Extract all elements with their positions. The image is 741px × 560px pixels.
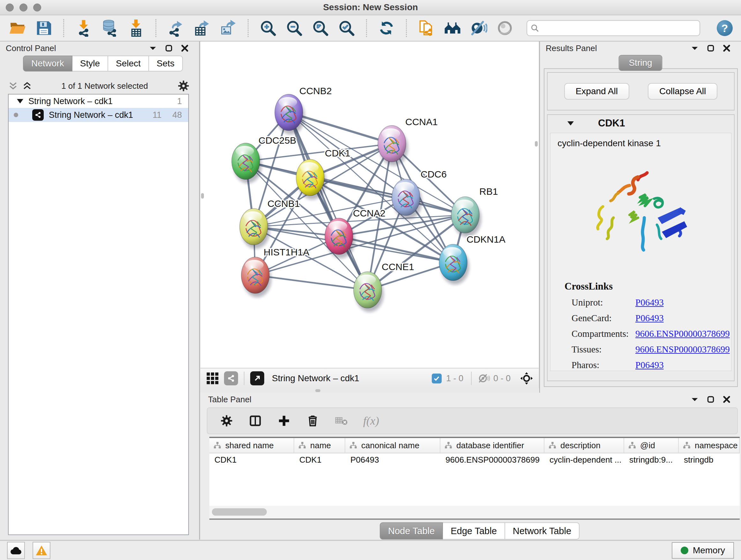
crosslink-value-link[interactable]: P06493 <box>635 360 664 370</box>
window-title: Session: New Session <box>0 2 741 12</box>
import-network-file-button[interactable] <box>74 19 93 37</box>
node-details-caret-icon[interactable] <box>567 121 574 125</box>
network-node-rb1[interactable] <box>451 197 481 237</box>
table-cell[interactable]: stringdb <box>679 453 740 466</box>
tab-string[interactable]: String <box>618 55 662 71</box>
search-field[interactable] <box>527 20 700 36</box>
table-cell[interactable]: cyclin-dependent ... <box>544 453 624 466</box>
collapse-all-networks-icon[interactable] <box>8 81 18 91</box>
node-details-header[interactable]: CDK1 <box>548 115 734 132</box>
results-panel-float-icon[interactable] <box>706 44 715 52</box>
warning-status-button[interactable] <box>32 542 51 559</box>
node-table[interactable]: shared namenamecanonical namedatabase id… <box>209 437 740 520</box>
right-splitter-grip[interactable] <box>535 141 538 146</box>
table-horizontal-scrollbar[interactable] <box>209 506 740 518</box>
network-node-hist1h1a[interactable] <box>241 257 271 297</box>
table-cell[interactable]: CDK1 <box>294 453 345 466</box>
expand-all-button[interactable]: Expand All <box>564 83 629 100</box>
results-panel-close-icon[interactable] <box>723 44 731 52</box>
network-edge[interactable] <box>289 112 367 290</box>
save-session-button[interactable] <box>35 19 53 37</box>
network-node-ccna2[interactable] <box>325 218 355 258</box>
crosslink-value-link[interactable]: 9606.ENSP00000378699 <box>635 328 730 339</box>
column-header-namespace[interactable]: namespace <box>679 438 740 453</box>
table-settings-gear-icon[interactable] <box>219 414 233 428</box>
zoom-out-button[interactable] <box>285 19 304 37</box>
crosslink-value-link[interactable]: P06493 <box>635 297 664 308</box>
splitter-grip[interactable] <box>315 389 320 392</box>
help-button[interactable]: ? <box>717 20 733 36</box>
column-header-canonical-name[interactable]: canonical name <box>345 438 441 453</box>
collection-expand-caret-icon[interactable] <box>17 99 23 104</box>
import-network-database-button[interactable] <box>100 19 119 37</box>
network-view-canvas[interactable]: CCNB2CCNA1CDC25BCDK1CDC6RB1CCNB1CCNA2CDK… <box>200 42 539 368</box>
pan-crosshair-icon[interactable] <box>520 371 534 385</box>
table-panel-float-icon[interactable] <box>706 395 715 403</box>
cloud-status-button[interactable] <box>7 542 25 559</box>
network-node-cdc6[interactable] <box>392 179 422 219</box>
memory-button[interactable]: Memory <box>672 542 734 559</box>
table-cell[interactable]: CDK1 <box>209 453 294 466</box>
network-edge[interactable] <box>255 275 367 290</box>
scrollbar-thumb[interactable] <box>212 508 267 516</box>
column-header--id[interactable]: @id <box>624 438 679 453</box>
zoom-fit-button[interactable] <box>311 19 330 37</box>
hide-glass-panel-button[interactable] <box>469 19 488 37</box>
column-header-name[interactable]: name <box>294 438 345 453</box>
crosslink-value-link[interactable]: 9606.ENSP00000378699 <box>635 344 730 355</box>
table-cell[interactable]: stringdb:9... <box>624 453 679 466</box>
tab-network-table[interactable]: Network Table <box>505 522 580 540</box>
network-edge[interactable] <box>339 236 453 262</box>
network-node-ccnb1[interactable] <box>240 208 270 249</box>
hidden-items-eye-icon[interactable] <box>477 371 491 385</box>
crosslink-value-link[interactable]: P06493 <box>635 313 664 323</box>
control-panel-close-icon[interactable] <box>181 44 189 52</box>
tab-edge-table[interactable]: Edge Table <box>443 522 505 540</box>
tab-select[interactable]: Select <box>108 56 149 71</box>
table-panel-menu-icon[interactable] <box>690 395 699 403</box>
network-edge[interactable] <box>310 178 465 215</box>
open-session-button[interactable] <box>8 19 27 37</box>
tab-sets[interactable]: Sets <box>149 56 183 71</box>
expand-all-networks-icon[interactable] <box>22 81 32 91</box>
export-table-button[interactable] <box>193 19 211 37</box>
network-overview-toggle-icon[interactable] <box>224 371 238 385</box>
column-header-shared-name[interactable]: shared name <box>209 438 294 453</box>
network-node-ccne1[interactable] <box>354 272 384 312</box>
network-node-cdkn1a[interactable] <box>439 244 469 285</box>
network-collection-row[interactable]: String Network – cdk1 1 <box>9 95 188 108</box>
tab-style[interactable]: Style <box>72 56 108 71</box>
export-network-button[interactable] <box>166 19 185 37</box>
control-panel-menu-icon[interactable] <box>149 44 157 52</box>
table-cell[interactable]: P06493 <box>345 453 441 466</box>
clone-network-button[interactable] <box>417 19 435 37</box>
results-panel-menu-icon[interactable] <box>690 44 699 52</box>
zoom-selected-button[interactable] <box>337 19 356 37</box>
collapse-all-button[interactable]: Collapse All <box>648 83 718 100</box>
home-networks-button[interactable] <box>443 19 462 37</box>
selected-nodes-checkbox[interactable] <box>432 374 442 383</box>
show-columns-icon[interactable] <box>248 414 262 428</box>
network-row-selected[interactable]: String Network – cdk1 11 48 <box>9 108 188 122</box>
node-label-cdk1: CDK1 <box>325 148 350 159</box>
column-header-database-identifier[interactable]: database identifier <box>441 438 544 453</box>
apply-layout-button[interactable] <box>377 19 396 37</box>
tab-node-table[interactable]: Node Table <box>380 522 443 540</box>
delete-column-trash-icon[interactable] <box>306 414 320 428</box>
open-in-new-window-icon[interactable] <box>250 371 264 385</box>
export-image-button[interactable] <box>219 19 238 37</box>
tab-network[interactable]: Network <box>23 56 72 71</box>
search-input[interactable] <box>542 23 696 34</box>
network-options-gear-icon[interactable] <box>178 80 190 92</box>
control-panel-float-icon[interactable] <box>165 44 173 52</box>
birds-eye-view-icon[interactable] <box>205 371 219 385</box>
add-column-icon[interactable] <box>277 414 291 428</box>
zoom-in-button[interactable] <box>259 19 277 37</box>
table-row[interactable]: CDK1CDK1P064939606.ENSP00000378699cyclin… <box>209 453 740 466</box>
network-node-ccnb2[interactable] <box>275 94 305 134</box>
table-cell[interactable]: 9606.ENSP00000378699 <box>441 453 544 466</box>
column-header-description[interactable]: description <box>544 438 624 453</box>
import-table-button[interactable] <box>127 19 145 37</box>
table-panel-close-icon[interactable] <box>723 395 731 403</box>
left-splitter-grip[interactable] <box>201 193 204 199</box>
